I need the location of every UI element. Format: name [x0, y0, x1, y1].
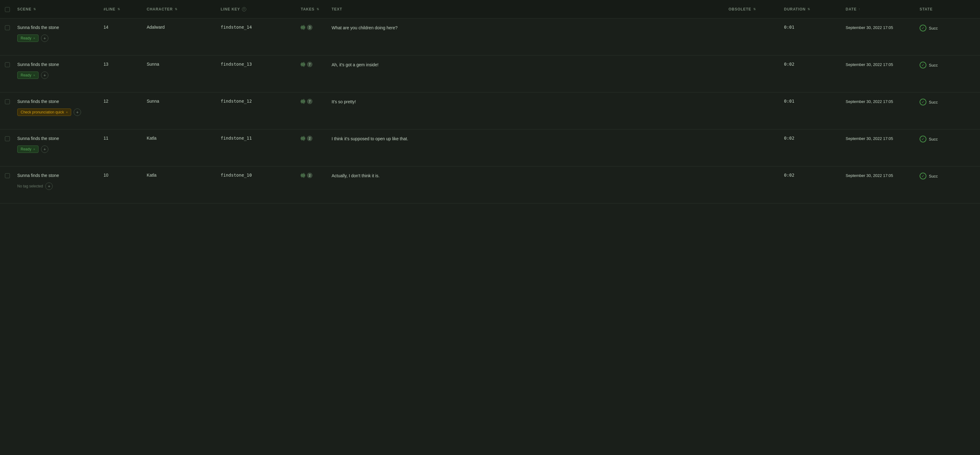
row3-text: It's so pretty! — [332, 99, 356, 105]
header-obsolete[interactable]: OBSOLETE ⇅ — [729, 7, 784, 11]
row5-date: September 30, 2022 17:05 — [846, 173, 893, 179]
header-linekey[interactable]: LINE KEY ? — [221, 7, 301, 11]
date-sort-icon: ↑ — [859, 7, 861, 11]
row3-scene-name: Sunna finds the stone — [17, 99, 81, 105]
header-takes[interactable]: TAKES ⇅ — [301, 7, 332, 11]
row1-duration: 0:01 — [784, 25, 794, 30]
header-scene[interactable]: SCENE ⇅ — [17, 7, 103, 11]
row5-text-cell: Actually, I don't think it is. — [332, 173, 729, 179]
row3-scene-cell: Sunna finds the stone Check pronunciatio… — [17, 99, 103, 116]
row2-state-check-icon: ✓ — [920, 62, 926, 68]
row1-checkbox[interactable] — [5, 25, 10, 30]
header-checkbox[interactable] — [5, 6, 17, 12]
row4-character-cell: Katla — [147, 136, 221, 140]
row4-tag-ready[interactable]: Ready × — [17, 145, 38, 153]
scene-sort-icon: ⇅ — [33, 7, 36, 11]
select-all-checkbox[interactable] — [5, 7, 10, 12]
row4-line: 11 — [103, 136, 108, 140]
row4-character: Katla — [147, 136, 157, 140]
row2-text-cell: Ah, it's got a gem inside! — [332, 62, 729, 68]
row2-text: Ah, it's got a gem inside! — [332, 62, 379, 68]
row3-tag-warning[interactable]: Check pronunciation quick × — [17, 108, 71, 116]
header-character[interactable]: CHARACTER ⇅ — [147, 7, 221, 11]
header-date-label: DATE — [846, 7, 857, 11]
row3-waveform-icon — [301, 99, 305, 104]
row1-date-cell: September 30, 2022 17:05 — [846, 25, 920, 31]
row4-linekey-cell: findstone_11 — [221, 136, 301, 140]
row1-tag-ready-close[interactable]: × — [33, 37, 35, 40]
row1-line: 14 — [103, 25, 108, 30]
row5-tag-add-button[interactable]: + — [45, 183, 53, 190]
row1-character-cell: Adalward — [147, 25, 221, 30]
row3-takes-badge: 7 — [307, 99, 312, 104]
row4-line-cell: 11 — [103, 136, 147, 140]
row1-tag-add-button[interactable]: + — [41, 35, 48, 42]
header-text: TEXT — [332, 7, 729, 11]
row3-character-cell: Sunna — [147, 99, 221, 103]
row1-waveform-icon — [301, 25, 305, 30]
row4-tag-ready-close[interactable]: × — [33, 147, 35, 151]
table-row: Sunna finds the stone Check pronunciatio… — [0, 92, 980, 129]
row2-takes-badge: 7 — [307, 62, 312, 67]
row2-date: September 30, 2022 17:05 — [846, 62, 893, 68]
row1-takes-cell[interactable]: 3 — [301, 25, 332, 30]
row2-tag-add-button[interactable]: + — [41, 72, 48, 79]
row5-character: Katla — [147, 173, 157, 178]
row5-state-label: Succ — [929, 174, 938, 178]
row5-checkbox[interactable] — [5, 173, 10, 178]
row3-checkbox[interactable] — [5, 99, 10, 104]
header-line-label: #LINE — [103, 7, 116, 11]
row2-line: 13 — [103, 62, 108, 67]
row3-tag-warning-close[interactable]: × — [66, 110, 68, 114]
header-takes-label: TAKES — [301, 7, 315, 11]
row1-state-label: Succ — [929, 26, 938, 30]
row2-character: Sunna — [147, 62, 159, 67]
row2-scene-cell: Sunna finds the stone Ready × + — [17, 62, 103, 79]
row3-duration: 0:01 — [784, 99, 794, 103]
row2-linekey: findstone_13 — [221, 62, 252, 67]
row2-takes-cell[interactable]: 7 — [301, 62, 332, 67]
row2-tag-ready[interactable]: Ready × — [17, 72, 38, 79]
row1-tag-ready[interactable]: Ready × — [17, 35, 38, 42]
row4-text: I think it's supposed to open up like th… — [332, 136, 408, 142]
row4-state-cell: ✓ Succ — [920, 136, 975, 142]
row4-takes-cell[interactable]: 2 — [301, 136, 332, 141]
row3-tag-add-button[interactable]: + — [74, 108, 81, 116]
row4-checkbox[interactable] — [5, 136, 10, 141]
row1-character: Adalward — [147, 25, 165, 30]
row2-checkbox[interactable] — [5, 62, 10, 67]
row2-character-cell: Sunna — [147, 62, 221, 67]
row1-tag-ready-label: Ready — [21, 36, 32, 40]
row3-checkbox-cell[interactable] — [5, 99, 17, 104]
row1-checkbox-cell[interactable] — [5, 25, 17, 30]
header-scene-label: SCENE — [17, 7, 32, 11]
linekey-help-icon[interactable]: ? — [242, 7, 246, 11]
row2-tag-ready-close[interactable]: × — [33, 73, 35, 77]
row1-linekey: findstone_14 — [221, 25, 252, 30]
row5-character-cell: Katla — [147, 173, 221, 178]
table-row: Sunna finds the stone Ready × + 14 Adalw… — [0, 19, 980, 56]
row4-tag-add-button[interactable]: + — [41, 145, 48, 153]
row4-checkbox-cell[interactable] — [5, 136, 17, 141]
row4-scene-cell: Sunna finds the stone Ready × + — [17, 136, 103, 153]
row5-takes-badge: 2 — [307, 173, 312, 178]
row4-tag-ready-label: Ready — [21, 147, 32, 151]
takes-sort-icon: ⇅ — [317, 7, 319, 11]
row5-takes-cell[interactable]: 2 — [301, 173, 332, 178]
header-duration[interactable]: DURATION ⇅ — [784, 7, 846, 11]
row3-line-cell: 12 — [103, 99, 147, 103]
row1-text-cell: What are you children doing here? — [332, 25, 729, 31]
row3-takes-cell[interactable]: 7 — [301, 99, 332, 104]
row5-line-cell: 10 — [103, 173, 147, 178]
row3-linekey-cell: findstone_12 — [221, 99, 301, 103]
header-character-label: CHARACTER — [147, 7, 173, 11]
header-date[interactable]: DATE ↑ — [846, 7, 920, 11]
row5-checkbox-cell[interactable] — [5, 173, 17, 178]
header-line[interactable]: #LINE ⇅ — [103, 7, 147, 11]
row5-date-cell: September 30, 2022 17:05 — [846, 173, 920, 179]
row2-checkbox-cell[interactable] — [5, 62, 17, 67]
table-row: Sunna finds the stone Ready × + 13 Sunna… — [0, 56, 980, 92]
header-state-label: STATE — [920, 7, 932, 11]
row5-scene-name: Sunna finds the stone — [17, 173, 59, 179]
header-state: STATE — [920, 7, 975, 11]
